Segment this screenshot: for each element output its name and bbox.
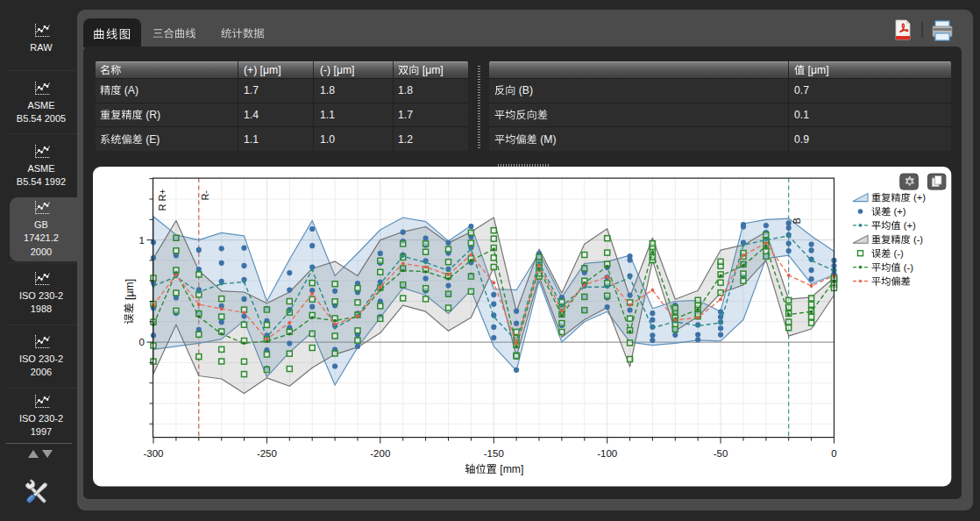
- svg-text:(-): (-): [911, 234, 924, 245]
- svg-text:0.1: 0.1: [794, 110, 809, 122]
- svg-text:1.7: 1.7: [244, 85, 259, 97]
- svg-text:-200: -200: [370, 448, 390, 459]
- svg-text:(-): (-): [891, 248, 904, 259]
- svg-text:(B): (B): [515, 85, 533, 97]
- svg-text:0.7: 0.7: [794, 85, 809, 97]
- svg-text:(+): (+): [891, 207, 905, 218]
- svg-text:-300: -300: [143, 448, 163, 459]
- svg-text:(-) [μm]: (-) [μm]: [320, 65, 355, 77]
- svg-text:[μm]: [μm]: [805, 65, 828, 77]
- svg-text:1.2: 1.2: [398, 133, 413, 146]
- svg-text:R-: R-: [200, 190, 210, 201]
- svg-text:1.7: 1.7: [398, 110, 413, 122]
- svg-text:(+) [μm]: (+) [μm]: [244, 65, 281, 77]
- svg-text:(-): (-): [901, 262, 914, 273]
- svg-text:-150: -150: [484, 448, 504, 459]
- svg-text:(A): (A): [122, 85, 139, 97]
- svg-text:-250: -250: [257, 448, 277, 459]
- svg-text:1: 1: [139, 235, 145, 246]
- svg-text:1.4: 1.4: [244, 110, 259, 122]
- svg-text:1.1: 1.1: [244, 133, 259, 146]
- svg-text:[μm]: [μm]: [419, 65, 443, 77]
- svg-text:(M): (M): [536, 133, 556, 146]
- svg-text:0.9: 0.9: [794, 133, 809, 146]
- svg-text:[µm]: [µm]: [124, 279, 136, 303]
- svg-text:(+): (+): [911, 193, 926, 203]
- svg-text:(R): (R): [143, 110, 160, 122]
- svg-text:1.8: 1.8: [320, 85, 335, 97]
- svg-text:-50: -50: [714, 448, 728, 459]
- svg-text:1.1: 1.1: [320, 110, 335, 122]
- svg-text:(E): (E): [143, 133, 160, 146]
- svg-text:1.0: 1.0: [320, 133, 335, 146]
- svg-text:0: 0: [831, 448, 836, 459]
- svg-text:0: 0: [139, 337, 145, 347]
- svg-text:-100: -100: [597, 448, 617, 459]
- svg-text:R R+: R R+: [157, 189, 167, 211]
- svg-text:1.8: 1.8: [398, 85, 413, 97]
- svg-text:[mm]: [mm]: [497, 463, 523, 475]
- svg-text:(+): (+): [901, 221, 916, 232]
- svg-text:B: B: [792, 218, 802, 225]
